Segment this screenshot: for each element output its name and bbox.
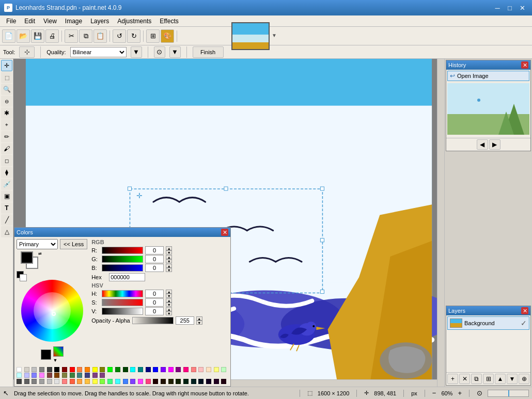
history-panel-close[interactable]: ✕ xyxy=(521,61,528,69)
palette-arrow[interactable]: ▼ xyxy=(53,358,58,363)
swatch-item[interactable] xyxy=(183,367,189,372)
menu-view[interactable]: View xyxy=(39,17,61,26)
swatch-item[interactable] xyxy=(92,379,98,384)
cut-button[interactable]: ✂ xyxy=(65,29,78,43)
swatch-item[interactable] xyxy=(54,367,59,372)
swatch-item[interactable] xyxy=(183,379,189,384)
swatch-item[interactable] xyxy=(153,379,158,384)
swatch-item[interactable] xyxy=(146,379,151,384)
sat-slider[interactable] xyxy=(102,299,143,306)
menu-layers[interactable]: Layers xyxy=(86,17,113,26)
swatch-item[interactable] xyxy=(168,367,174,372)
layer-item-background[interactable]: Background ✓ xyxy=(447,316,529,330)
quality-select[interactable]: Bilinear Nearest Neighbor Bicubic xyxy=(70,47,127,57)
layer-visibility-checkbox[interactable]: ✓ xyxy=(521,319,527,327)
blue-spin-up[interactable]: ▲ xyxy=(166,264,172,268)
green-spin-down[interactable]: ▼ xyxy=(166,259,172,263)
swatch-item[interactable] xyxy=(39,373,44,378)
swatch-item[interactable] xyxy=(17,379,22,384)
swatch-item[interactable] xyxy=(176,379,181,384)
swatch-item[interactable] xyxy=(85,379,90,384)
color-button[interactable]: 🎨 xyxy=(161,29,174,43)
paste-button[interactable]: 📋 xyxy=(93,29,107,43)
less-button[interactable]: << Less xyxy=(60,239,87,249)
swatch-item[interactable] xyxy=(70,373,75,378)
history-item[interactable]: ↩ Open Image xyxy=(447,71,529,81)
color-wheel[interactable] xyxy=(21,280,83,342)
swatch-item[interactable] xyxy=(77,367,82,372)
swatch-item[interactable] xyxy=(168,379,174,384)
swatch-item[interactable] xyxy=(123,367,128,372)
swatch-item[interactable] xyxy=(47,367,52,372)
swatch-item[interactable] xyxy=(206,367,211,372)
vertical-scrollbar[interactable] xyxy=(437,59,444,387)
tool-magic-wand[interactable]: ✱ xyxy=(1,107,12,119)
grid-button[interactable]: ⊞ xyxy=(146,29,160,43)
swatch-item[interactable] xyxy=(100,367,105,372)
opacity-slider[interactable] xyxy=(132,317,174,324)
red-spin-up[interactable]: ▲ xyxy=(166,246,172,250)
thumbnail-slider[interactable] xyxy=(488,390,529,397)
swatch-item[interactable] xyxy=(92,367,98,372)
swatch-item[interactable] xyxy=(17,373,22,378)
tool-lasso[interactable]: ⌖ xyxy=(1,119,12,131)
swatch-item[interactable] xyxy=(214,379,219,384)
swatch-item[interactable] xyxy=(191,367,196,372)
tool-move[interactable]: ✛ xyxy=(1,60,12,71)
val-spin-up[interactable]: ▲ xyxy=(166,307,172,311)
swatch-item[interactable] xyxy=(161,379,166,384)
blue-slider[interactable] xyxy=(102,264,143,272)
history-redo-button[interactable]: ▶ xyxy=(489,139,500,150)
swatch-item[interactable] xyxy=(100,379,105,384)
palette-black[interactable] xyxy=(41,349,51,360)
swatch-item[interactable] xyxy=(206,379,211,384)
swatch-item[interactable] xyxy=(54,379,59,384)
menu-edit[interactable]: Edit xyxy=(20,17,39,26)
swatch-item[interactable] xyxy=(198,379,204,384)
zoom-reset-btn[interactable]: ⊙ xyxy=(477,389,482,397)
menu-adjustments[interactable]: Adjustments xyxy=(113,17,155,26)
color-wheel-container[interactable] xyxy=(19,277,86,344)
swatch-item[interactable] xyxy=(92,373,98,378)
swatch-item[interactable] xyxy=(54,373,59,378)
swatch-item[interactable] xyxy=(24,373,29,378)
swatch-item[interactable] xyxy=(130,367,135,372)
layers-panel-close[interactable]: ✕ xyxy=(521,307,528,314)
red-slider[interactable] xyxy=(102,247,143,254)
layer-merge-button[interactable]: ⊕ xyxy=(519,374,529,384)
selection-mode-btn[interactable]: ⊙ xyxy=(154,46,165,58)
red-spin-down[interactable]: ▼ xyxy=(166,250,172,254)
layer-add-button[interactable]: + xyxy=(447,374,458,384)
opacity-spin-up[interactable]: ▲ xyxy=(196,316,202,321)
hue-spin-down[interactable]: ▼ xyxy=(166,294,172,298)
tool-pencil[interactable]: ✏ xyxy=(1,131,12,142)
tool-eraser[interactable]: ◻ xyxy=(1,155,12,166)
tool-fill[interactable]: ⧫ xyxy=(1,167,12,178)
zoom-in-btn[interactable]: + xyxy=(458,389,462,397)
new-button[interactable]: 📄 xyxy=(2,29,15,43)
hue-value[interactable]: 0 xyxy=(145,290,164,298)
tool-zoom-out[interactable]: ⊖ xyxy=(1,95,12,107)
close-button[interactable]: ✕ xyxy=(517,3,528,13)
swatch-item[interactable] xyxy=(161,367,166,372)
tool-line[interactable]: ╱ xyxy=(1,214,12,226)
swatch-item[interactable] xyxy=(198,367,204,372)
tool-text[interactable]: T xyxy=(1,202,12,214)
swatch-item[interactable] xyxy=(17,367,22,372)
zoom-out-btn[interactable]: − xyxy=(432,389,436,397)
swatch-item[interactable] xyxy=(100,373,105,378)
minimize-button[interactable]: ─ xyxy=(492,3,503,13)
blue-value[interactable]: 0 xyxy=(145,264,164,272)
finish-button[interactable]: Finish xyxy=(193,46,224,58)
layer-delete-button[interactable]: ✕ xyxy=(459,374,470,384)
val-spin-down[interactable]: ▼ xyxy=(166,311,172,315)
val-slider[interactable] xyxy=(102,308,143,315)
primary-color-box[interactable] xyxy=(21,251,33,264)
tool-brush[interactable]: 🖌 xyxy=(1,143,12,154)
tool-zoom-in[interactable]: 🔍 xyxy=(1,84,12,95)
swatch-item[interactable] xyxy=(138,367,143,372)
swatch-item[interactable] xyxy=(24,367,29,372)
tool-select-rect[interactable]: ⬚ xyxy=(1,72,12,83)
swatch-item[interactable] xyxy=(39,367,44,372)
swatch-item[interactable] xyxy=(32,367,37,372)
